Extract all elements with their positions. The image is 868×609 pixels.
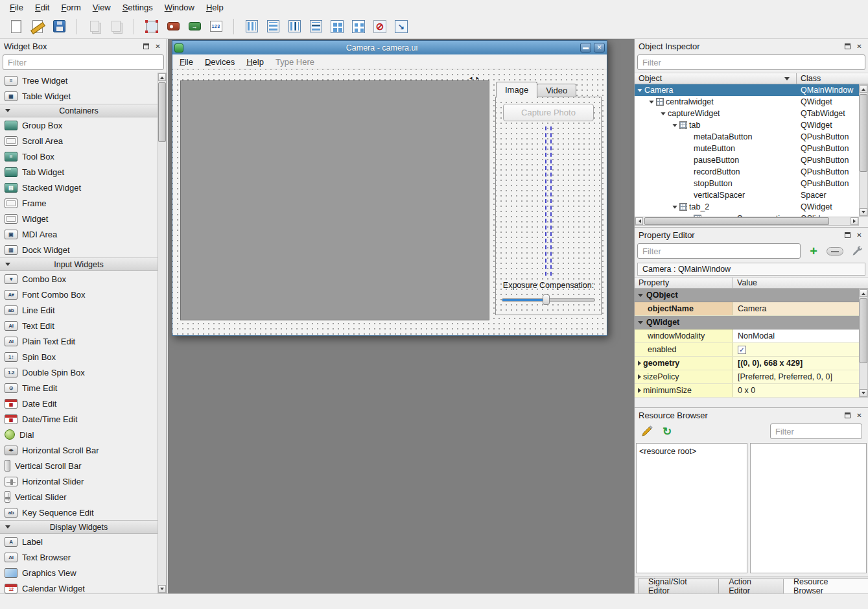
widget-item-frame[interactable]: Frame [0, 195, 158, 211]
widget-item-vertical-slider[interactable]: Vertical Slider [0, 489, 158, 505]
widget-box-close-button[interactable]: ✕ [153, 42, 163, 51]
scroll-up-arrow-icon[interactable] [860, 85, 867, 93]
insp-v-scrollbar[interactable] [859, 84, 868, 217]
chevron-right-icon[interactable] [638, 374, 641, 379]
property-editor-close-button[interactable]: ✕ [854, 230, 864, 240]
inspector-row-pausebutton[interactable]: pauseButtonQPushButton [635, 154, 859, 166]
enabled-checkbox[interactable]: ✓ [738, 346, 746, 354]
property-row-sizepolicy[interactable]: sizePolicy[Preferred, Preferred, 0, 0] [635, 370, 859, 384]
object-inspector-float-button[interactable] [843, 42, 852, 51]
property-value-cell[interactable]: [Preferred, Preferred, 0, 0] [733, 370, 859, 383]
add-dynamic-property-button[interactable]: + [806, 244, 821, 258]
reload-resources-button[interactable]: ↻ [663, 426, 672, 437]
expander-icon[interactable] [649, 101, 653, 104]
inspector-row-verticalspacer[interactable]: verticalSpacerSpacer [635, 189, 859, 201]
inspector-row-tab[interactable]: tabQWidget [635, 119, 859, 131]
property-value-cell[interactable]: ✓ [733, 343, 859, 356]
widget-item-label[interactable]: ALabel [0, 534, 158, 549]
form-canvas[interactable]: ◂▸ ImageVideo Capture Photo Exposure Com… [172, 69, 607, 335]
menu-window[interactable]: Window [159, 1, 200, 14]
widget-item-font-combo-box[interactable]: A▾Font Combo Box [0, 287, 158, 302]
tab-image[interactable]: Image [496, 82, 537, 98]
property-value-cell[interactable]: NonModal [733, 329, 859, 342]
scrollbar-thumb[interactable] [860, 298, 867, 363]
configure-property-editor-button[interactable] [849, 243, 865, 259]
header-menu-icon[interactable] [784, 77, 790, 80]
slider-handle[interactable] [543, 294, 550, 305]
layout-grid-button[interactable] [327, 17, 347, 36]
layout-horizontally-splitter-button[interactable] [285, 17, 304, 36]
property-row-minimumsize[interactable]: minimumSize0 x 0 [635, 384, 859, 398]
edit-signals-slots-button[interactable] [163, 17, 183, 36]
edit-tab-order-button[interactable]: 123 [206, 17, 226, 36]
widget-box-scrollbar[interactable] [158, 73, 167, 593]
layout-vertically-splitter-button[interactable] [306, 17, 325, 36]
menu-settings[interactable]: Settings [117, 1, 159, 14]
minimize-button[interactable]: ▬ [580, 43, 591, 53]
inspector-row-stopbutton[interactable]: stopButtonQPushButton [635, 178, 859, 189]
scroll-down-arrow-icon[interactable] [860, 389, 867, 397]
camera-viewfinder[interactable] [180, 80, 489, 320]
form-menu-type-here[interactable]: Type Here [270, 55, 320, 69]
scrollbar-thumb[interactable] [158, 82, 166, 142]
widget-item-group-box[interactable]: Group Box [0, 117, 158, 133]
tab-video[interactable]: Video [537, 84, 576, 97]
break-layout-button[interactable]: ⊘ [370, 17, 390, 36]
property-group-qobject[interactable]: QObject [635, 289, 859, 302]
layout-form-button[interactable] [349, 17, 368, 36]
property-group-qwidget[interactable]: QWidget [635, 316, 859, 329]
dock-tab-action-editor[interactable]: Action Editor [718, 579, 784, 593]
scroll-right-icon[interactable]: ▸ [476, 75, 480, 81]
inspector-row-camera[interactable]: CameraQMainWindow [635, 84, 859, 96]
menu-form[interactable]: Form [55, 1, 86, 14]
category-display-widgets[interactable]: Display Widgets [0, 520, 158, 534]
property-row-windowmodality[interactable]: windowModalityNonModal [635, 329, 859, 343]
property-value-cell[interactable]: 0 x 0 [733, 384, 859, 397]
widget-item-horizontal-slider[interactable]: Horizontal Slider [0, 473, 158, 489]
exposure-horizontal-slider[interactable] [502, 294, 595, 305]
widget-item-dial[interactable]: Dial [0, 427, 158, 442]
widget-item-tool-box[interactable]: ≡Tool Box [0, 149, 158, 164]
property-row-objectname[interactable]: objectNameCamera [635, 302, 859, 316]
column-header-property[interactable]: Property [635, 278, 733, 288]
widget-item-text-edit[interactable]: AIText Edit [0, 318, 158, 333]
new-form-button[interactable] [6, 17, 26, 36]
inspector-row-centralwidget[interactable]: centralwidgetQWidget [635, 96, 859, 108]
layout-vertically-button[interactable] [263, 17, 283, 36]
dock-tab-signal-slot-editor[interactable]: Signal/Slot Editor [638, 579, 719, 593]
widget-item-key-sequence-edit[interactable]: abKey Sequence Edit [0, 505, 158, 520]
menu-file[interactable]: File [4, 1, 29, 14]
inspector-row-metadatabutton[interactable]: metaDataButtonQPushButton [635, 131, 859, 143]
scroll-left-icon[interactable]: ◂ [469, 75, 473, 81]
column-header-class[interactable]: Class [797, 74, 868, 83]
scroll-right-arrow-icon[interactable] [850, 217, 858, 225]
menu-edit[interactable]: Edit [29, 1, 55, 14]
adjust-size-button[interactable]: ↘ [392, 17, 411, 36]
widget-item-tree-widget[interactable]: ≡Tree Widget [0, 73, 158, 88]
widget-item-combo-box[interactable]: ▾Combo Box [0, 271, 158, 287]
widget-box-float-button[interactable] [141, 42, 151, 51]
category-containers[interactable]: Containers [0, 104, 158, 117]
open-form-button[interactable] [28, 17, 47, 36]
scroll-left-arrow-icon[interactable] [635, 217, 643, 225]
widget-item-spin-box[interactable]: 1↕Spin Box [0, 349, 158, 364]
scroll-down-arrow-icon[interactable] [158, 585, 166, 593]
property-value-cell[interactable]: [(0, 0), 668 x 429] [733, 357, 859, 370]
widget-item-date-time-edit[interactable]: ▦Date/Time Edit [0, 411, 158, 427]
paste-button[interactable] [106, 17, 126, 36]
category-input-widgets[interactable]: Input Widgets [0, 257, 158, 271]
layout-horizontally-button[interactable] [242, 17, 261, 36]
expander-icon[interactable] [672, 206, 677, 209]
copy-button[interactable] [85, 17, 104, 36]
expander-icon[interactable] [661, 112, 665, 115]
property-value-cell[interactable]: Camera [733, 302, 859, 315]
column-header-object[interactable]: Object [635, 73, 797, 84]
form-menu-file[interactable]: File [174, 55, 199, 69]
resource-browser-float-button[interactable] [843, 411, 852, 420]
widget-item-calendar-widget[interactable]: 12Calendar Widget [0, 580, 158, 593]
expander-icon[interactable] [672, 124, 677, 127]
insp-h-scrollbar[interactable] [635, 217, 859, 226]
widget-item-mdi-area[interactable]: ▣MDI Area [0, 226, 158, 242]
scroll-up-arrow-icon[interactable] [158, 73, 166, 81]
inspector-row-recordbutton[interactable]: recordButtonQPushButton [635, 166, 859, 178]
